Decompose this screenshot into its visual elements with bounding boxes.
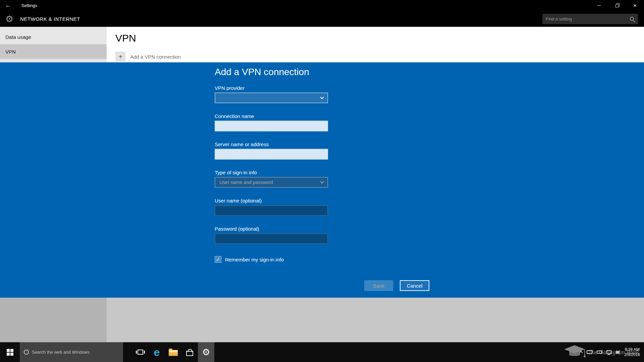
cortana-icon	[24, 350, 29, 355]
dialog-buttons: Save Cancel	[215, 280, 429, 291]
username-field: User name (optional)	[215, 198, 429, 216]
taskbar-search-input[interactable]	[32, 350, 123, 355]
page-title: VPN	[115, 32, 644, 44]
task-view-button[interactable]	[132, 342, 149, 362]
signin-type-label: Type of sign-in info	[215, 170, 429, 176]
file-explorer-button[interactable]	[165, 342, 181, 362]
taskbar-buttons: e ⚙	[132, 342, 214, 362]
password-input[interactable]	[215, 233, 328, 244]
titlebar: ← Settings ×	[0, 0, 644, 11]
restore-icon	[615, 4, 619, 7]
save-button[interactable]: Save	[364, 280, 393, 291]
vpn-provider-select[interactable]	[215, 93, 328, 103]
hidden-icons-chevron-icon[interactable]	[579, 351, 583, 354]
remember-checkbox-label: Remember my sign-in info	[225, 257, 284, 262]
password-field: Password (optional)	[215, 226, 429, 244]
add-vpn-button[interactable]: + Add a VPN connection	[115, 52, 644, 62]
minimize-button[interactable]	[590, 0, 608, 11]
edge-button[interactable]: e	[149, 342, 165, 362]
minimize-icon	[597, 5, 601, 6]
username-input[interactable]	[215, 205, 328, 216]
signin-type-select[interactable]: User name and password	[215, 177, 328, 188]
password-label: Password (optional)	[215, 226, 429, 232]
vpn-provider-label: VPN provider	[215, 85, 429, 91]
close-icon: ×	[633, 3, 637, 8]
sidebar-item-vpn[interactable]: VPN	[0, 44, 107, 59]
vpn-provider-field: VPN provider	[215, 85, 429, 103]
back-button[interactable]: ←	[0, 0, 16, 11]
find-setting-box	[542, 14, 638, 24]
chevron-down-icon	[320, 180, 324, 183]
taskbar-clock[interactable]: 9:28 AM 2/3/2016	[624, 347, 640, 357]
sidebar-item-label: VPN	[5, 49, 16, 55]
add-vpn-label: Add a VPN connection	[130, 54, 181, 60]
clock-date: 2/3/2016	[624, 352, 640, 357]
window-title: Settings	[21, 3, 37, 8]
remember-signin-row: ✓ Remember my sign-in info	[215, 256, 429, 263]
volume-icon[interactable]	[616, 351, 618, 354]
start-button[interactable]	[0, 342, 20, 362]
cancel-button[interactable]: Cancel	[400, 280, 429, 291]
remember-checkbox[interactable]: ✓	[215, 256, 221, 263]
username-label: User name (optional)	[215, 198, 429, 204]
connection-name-field: Connection name	[215, 113, 429, 131]
connection-name-input[interactable]	[215, 121, 328, 131]
page-category-title: NETWORK & INTERNET	[20, 16, 80, 22]
gear-icon: ⚙	[3, 14, 16, 24]
connection-name-label: Connection name	[215, 113, 429, 119]
store-button[interactable]	[181, 342, 198, 362]
taskbar: e ⚙ 9:28 AM 2/3/2016	[0, 342, 644, 362]
settings-button[interactable]: ⚙	[198, 342, 214, 362]
task-view-icon	[136, 350, 145, 355]
window-controls: ×	[590, 0, 644, 11]
sidebar-item-data-usage[interactable]: Data usage	[0, 29, 107, 44]
sidebar-item-label: Data usage	[5, 34, 31, 40]
back-arrow-icon: ←	[5, 2, 11, 9]
network-icon[interactable]	[606, 350, 611, 354]
taskbar-search-box	[20, 342, 123, 362]
windows-logo-icon	[7, 349, 13, 356]
plus-icon: +	[115, 52, 125, 62]
add-vpn-dialog: Add a VPN connection VPN provider Connec…	[0, 62, 644, 298]
signin-type-value: User name and password	[219, 180, 273, 185]
maximize-button[interactable]	[608, 0, 626, 11]
touch-keyboard-icon[interactable]	[587, 350, 592, 354]
check-icon: ✓	[216, 257, 220, 262]
edge-icon: e	[154, 347, 160, 358]
dim-overlay	[0, 298, 644, 342]
store-bag-icon	[186, 351, 193, 356]
system-tray: 9:28 AM 2/3/2016	[580, 342, 644, 362]
close-button[interactable]: ×	[626, 0, 644, 11]
server-name-label: Server name or address	[215, 141, 429, 147]
settings-gear-icon: ⚙	[202, 348, 210, 357]
folder-icon	[169, 350, 178, 356]
find-setting-input[interactable]	[542, 16, 629, 21]
chevron-down-icon	[320, 95, 324, 99]
clock-time: 9:28 AM	[624, 347, 640, 352]
app-header: ⚙ NETWORK & INTERNET	[0, 11, 644, 27]
search-icon	[629, 16, 635, 22]
battery-icon[interactable]	[597, 351, 602, 354]
server-name-field: Server name or address	[215, 141, 429, 160]
dialog-title: Add a VPN connection	[215, 66, 429, 78]
signin-type-field: Type of sign-in info User name and passw…	[215, 170, 429, 188]
settings-window: ← Settings × ⚙ NETWORK & INTERNET Data u…	[0, 0, 644, 362]
server-name-input[interactable]	[215, 149, 328, 160]
